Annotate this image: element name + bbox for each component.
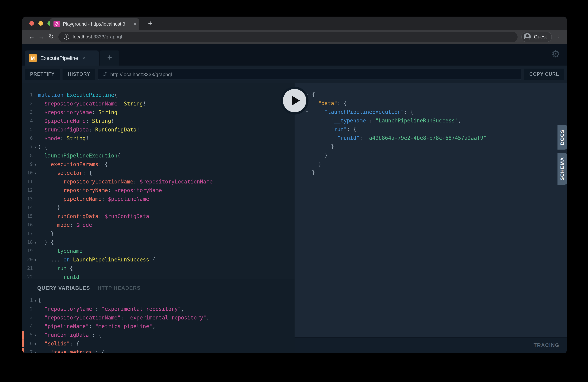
code-line[interactable]: 3 "repositoryLocationName": "experimenta… [22, 313, 294, 322]
fold-gutter [33, 224, 38, 225]
profile-chip[interactable]: Guest [522, 31, 552, 42]
line-number: 6 [22, 135, 33, 141]
browser-tab[interactable]: Playground - http://localhost:3 × [50, 18, 139, 30]
fold-gutter [33, 103, 38, 104]
response-line: ▾ "launchPipelineExecution": { [294, 108, 567, 116]
playground-topbar: PRETTIFY HISTORY ↺ http://localhost:3333… [22, 65, 567, 83]
code-line[interactable]: 18▾ ) { [22, 238, 294, 246]
line-number: 15 [22, 213, 33, 219]
tab-close-icon[interactable]: × [133, 21, 136, 27]
endpoint-input[interactable]: ↺ http://localhost:3333/graphql [98, 68, 522, 80]
session-tab-executepipeline[interactable]: M ExecutePipeline × [25, 50, 99, 65]
code-line[interactable]: 7▾ "save_metrics": { [22, 348, 294, 353]
code-line[interactable]: 20▾ ... on LaunchPipelineRunSuccess { [22, 255, 294, 264]
browser-menu-icon[interactable]: ⋮ [554, 33, 562, 40]
copy-curl-button[interactable]: COPY CURL [524, 68, 564, 80]
fold-arrow-icon[interactable]: ▾ [33, 240, 38, 244]
new-browser-tab-button[interactable]: + [145, 19, 156, 29]
code-line[interactable]: 1▾{ [22, 296, 294, 304]
code-line[interactable]: 4 "pipelineName": "metrics_pipeline", [22, 322, 294, 330]
browser-tabstrip: Playground - http://localhost:3 × + [22, 17, 567, 30]
fold-arrow-icon[interactable]: ▾ [33, 350, 38, 353]
new-session-tab-button[interactable]: + [100, 50, 119, 65]
code-line[interactable]: 10▾ selector: { [22, 169, 294, 177]
minimize-window-button[interactable] [39, 21, 43, 26]
close-window-button[interactable] [29, 21, 34, 26]
back-icon[interactable]: ← [27, 33, 37, 41]
play-icon [283, 89, 306, 112]
line-number: 14 [22, 205, 33, 210]
response-line: "runId": "a49b864a-79e2-4be8-b78c-687457… [294, 134, 567, 142]
fold-arrow-icon[interactable]: ▾ [33, 341, 38, 346]
code-line[interactable]: 12 repositoryName: $repositoryName [22, 186, 294, 194]
docs-side-tab[interactable]: DOCS [558, 125, 567, 149]
code-line[interactable]: 4 $pipelineName: String! [22, 116, 294, 125]
code-line[interactable]: 21 run { [22, 264, 294, 272]
code-line[interactable]: 17 } [22, 229, 294, 238]
mutation-badge: M [29, 54, 37, 62]
code-line[interactable]: 6▾ "solids": { [22, 339, 294, 348]
fold-arrow-icon[interactable]: ▾ [33, 145, 38, 149]
code-line[interactable]: 22 runId [22, 272, 294, 279]
browser-tab-title: Playground - http://localhost:3 [63, 21, 132, 27]
settings-gear-icon[interactable]: ⚙ [551, 49, 560, 59]
tab-http-headers[interactable]: HTTP HEADERS [98, 285, 141, 291]
code-line[interactable]: 15 runConfigData: $runConfigData [22, 212, 294, 220]
fold-gutter [33, 326, 38, 326]
fold-arrow-icon[interactable]: ▾ [33, 257, 38, 262]
fold-arrow-icon[interactable]: ▾ [33, 170, 38, 175]
prettify-button[interactable]: PRETTIFY [25, 68, 60, 80]
url-text: localhost:3333/graphql [73, 34, 122, 40]
code-line[interactable]: 5▾ "runConfigData": { [22, 330, 294, 339]
line-number: 21 [22, 265, 33, 271]
fold-arrow-icon[interactable]: ▾ [33, 162, 38, 166]
tab-query-variables[interactable]: QUERY VARIABLES [37, 285, 90, 291]
line-number: 4 [22, 323, 33, 329]
changed-line-indicator [22, 331, 24, 339]
response-line: } [294, 160, 567, 169]
browser-toolbar: ← → ↻ i localhost:3333/graphql Guest ⋮ [22, 30, 567, 44]
fold-arrow-icon[interactable]: ▾ [33, 333, 38, 337]
execute-button[interactable] [281, 87, 309, 114]
code-line[interactable]: 1mutation ExecutePipeline( [22, 90, 294, 99]
variables-editor[interactable]: 1▾{2 "repositoryName": "experimental_rep… [22, 296, 294, 353]
code-line[interactable]: 19 __typename [22, 246, 294, 255]
site-info-icon[interactable]: i [64, 34, 69, 40]
fold-gutter [33, 268, 38, 268]
tracing-bar[interactable]: TRACING [294, 337, 567, 353]
fold-gutter [33, 129, 38, 130]
fold-gutter [33, 94, 38, 95]
code-line[interactable]: 3 $repositoryName: String! [22, 108, 294, 116]
line-number: 7 [22, 349, 33, 353]
line-number: 5 [22, 332, 33, 338]
code-line[interactable]: 9▾ executionParams: { [22, 160, 294, 169]
schema-side-tab[interactable]: SCHEMA [558, 153, 567, 185]
code-line[interactable]: 7▾) { [22, 142, 294, 151]
reconnect-icon[interactable]: ↺ [102, 71, 107, 78]
session-tab-close-icon[interactable]: × [82, 55, 85, 61]
code-line[interactable]: 16 mode: $mode [22, 220, 294, 229]
forward-icon[interactable]: → [37, 33, 46, 41]
code-line[interactable]: 11 repositoryLocationName: $repositoryLo… [22, 177, 294, 186]
line-number: 9 [22, 161, 33, 167]
line-number: 3 [22, 315, 33, 320]
fold-arrow-icon[interactable]: ▾ [33, 298, 38, 302]
line-number: 10 [22, 170, 33, 175]
line-number: 16 [22, 222, 33, 228]
code-line[interactable]: 14 } [22, 203, 294, 212]
reload-icon[interactable]: ↻ [46, 33, 56, 41]
query-editor[interactable]: 1mutation ExecutePipeline(2 $repositoryL… [22, 83, 294, 279]
code-line[interactable]: 6 $mode: String! [22, 134, 294, 142]
history-button[interactable]: HISTORY [63, 68, 95, 80]
code-line[interactable]: 5 $runConfigData: RunConfigData! [22, 125, 294, 134]
fold-gutter [33, 120, 38, 121]
playground-tabbar: M ExecutePipeline × + ⚙ [22, 44, 567, 65]
code-line[interactable]: 13 pipelineName: $pipelineName [22, 194, 294, 203]
code-line[interactable]: 2 $repositoryLocationName: String! [22, 99, 294, 108]
code-line[interactable]: 8 launchPipelineExecution( [22, 151, 294, 160]
fold-gutter [33, 138, 38, 138]
address-bar[interactable]: i localhost:3333/graphql [58, 31, 518, 42]
line-number: 1 [22, 297, 33, 303]
browser-window: Playground - http://localhost:3 × + ← → … [22, 17, 567, 353]
code-line[interactable]: 2 "repositoryName": "experimental_reposi… [22, 304, 294, 313]
